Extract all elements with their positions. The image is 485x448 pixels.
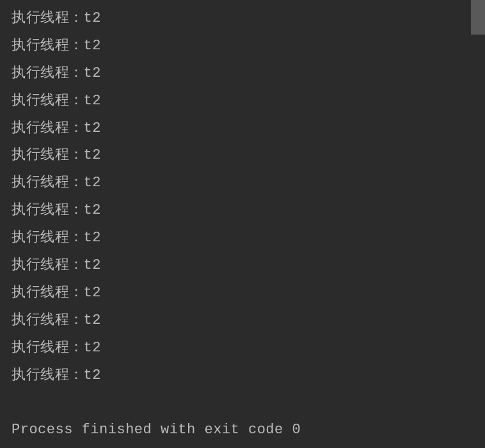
scrollbar-thumb[interactable] (471, 0, 485, 35)
exit-message: Process finished with exit code 0 (12, 417, 473, 444)
console-line: 执行线程：t2 (12, 362, 473, 390)
console-line: 执行线程：t2 (12, 252, 473, 280)
console-line: 执行线程：t2 (12, 280, 473, 307)
console-line: 执行线程：t2 (12, 115, 473, 143)
console-line: 执行线程：t2 (12, 60, 473, 88)
console-line: 执行线程：t2 (12, 170, 473, 197)
console-line: 执行线程：t2 (12, 197, 473, 225)
console-line: 执行线程：t2 (12, 335, 473, 362)
console-line: 执行线程：t2 (12, 142, 473, 170)
console-line: 执行线程：t2 (12, 5, 473, 33)
console-line: 执行线程：t2 (12, 307, 473, 335)
console-line: 执行线程：t2 (12, 88, 473, 115)
console-output[interactable]: 执行线程：t2 执行线程：t2 执行线程：t2 执行线程：t2 执行线程：t2 … (0, 0, 485, 448)
console-line: 执行线程：t2 (12, 225, 473, 252)
console-line: 执行线程：t2 (12, 33, 473, 60)
blank-line (12, 389, 473, 417)
